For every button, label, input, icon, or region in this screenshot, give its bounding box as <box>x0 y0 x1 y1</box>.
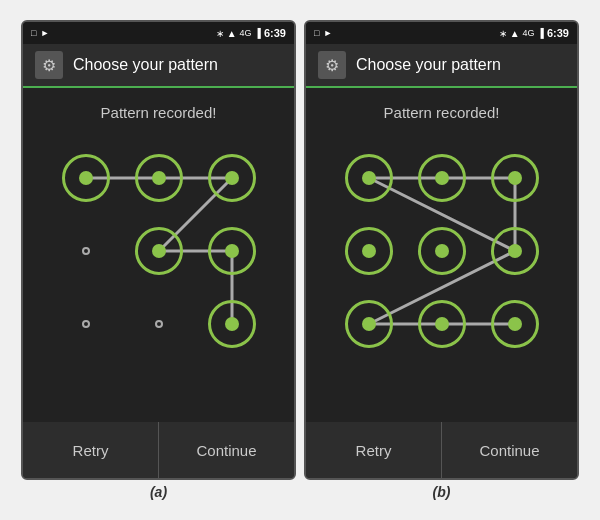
dot-5 <box>208 227 256 275</box>
wifi-icon: ▲ <box>227 28 237 39</box>
phone-container-1: □ ► ∗ ▲ 4G ▐ 6:39 ⚙ Choose your pattern … <box>304 20 579 500</box>
title-bar: ⚙ Choose your pattern <box>23 44 294 88</box>
continue-button[interactable]: Continue <box>159 422 294 478</box>
phone-container-0: □ ► ∗ ▲ 4G ▐ 6:39 ⚙ Choose your pattern … <box>21 20 296 500</box>
dot-2 <box>491 154 539 202</box>
status-left: □ ► <box>31 28 49 38</box>
dot-inner <box>435 317 449 331</box>
dot-inner <box>508 317 522 331</box>
phone-1: □ ► ∗ ▲ 4G ▐ 6:39 ⚙ Choose your pattern … <box>304 20 579 480</box>
settings-icon: ⚙ <box>318 51 346 79</box>
dot-inner <box>152 244 166 258</box>
dot-empty <box>82 320 90 328</box>
dot-outer <box>208 227 256 275</box>
dot-outer <box>345 300 393 348</box>
dot-outer <box>208 300 256 348</box>
dot-7 <box>418 300 466 348</box>
time-display: 6:39 <box>547 27 569 39</box>
notification-icon: □ <box>31 28 36 38</box>
bluetooth-icon: ∗ <box>499 28 507 39</box>
dot-outer <box>135 154 183 202</box>
dot-outer <box>491 227 539 275</box>
dot-outer <box>345 154 393 202</box>
time-display: 6:39 <box>264 27 286 39</box>
dot-inner <box>362 171 376 185</box>
dot-outer <box>491 154 539 202</box>
retry-button[interactable]: Retry <box>306 422 442 478</box>
dot-3 <box>62 227 110 275</box>
battery-icon: ▐ <box>255 28 261 38</box>
dot-4 <box>135 227 183 275</box>
dot-1 <box>418 154 466 202</box>
dot-2 <box>208 154 256 202</box>
status-bar: □ ► ∗ ▲ 4G ▐ 6:39 <box>23 22 294 44</box>
dot-6 <box>345 300 393 348</box>
title-text: Choose your pattern <box>356 56 501 74</box>
4g-icon: 4G <box>523 28 535 38</box>
continue-button[interactable]: Continue <box>442 422 577 478</box>
dot-inner <box>435 244 449 258</box>
pattern-grid <box>49 141 269 361</box>
dot-inner <box>152 171 166 185</box>
title-bar: ⚙ Choose your pattern <box>306 44 577 88</box>
dot-inner <box>362 317 376 331</box>
dot-inner <box>508 244 522 258</box>
status-left: □ ► <box>314 28 332 38</box>
dot-inner <box>225 171 239 185</box>
dot-inner <box>79 171 93 185</box>
dot-outer <box>62 154 110 202</box>
dot-inner <box>362 244 376 258</box>
main-content: Pattern recorded! <box>23 88 294 422</box>
dot-empty <box>155 320 163 328</box>
pattern-recorded-text: Pattern recorded! <box>101 104 217 121</box>
pattern-recorded-text: Pattern recorded! <box>384 104 500 121</box>
dot-6 <box>62 300 110 348</box>
bluetooth-icon: ∗ <box>216 28 224 39</box>
title-text: Choose your pattern <box>73 56 218 74</box>
screenshot-label-0: (a) <box>150 484 167 500</box>
dot-4 <box>418 227 466 275</box>
dot-1 <box>135 154 183 202</box>
dot-outer <box>208 154 256 202</box>
signal-icon: ► <box>40 28 49 38</box>
dot-outer <box>418 227 466 275</box>
dot-outer <box>418 154 466 202</box>
dot-0 <box>345 154 393 202</box>
dot-outer <box>135 227 183 275</box>
battery-icon: ▐ <box>538 28 544 38</box>
dot-inner <box>435 171 449 185</box>
screenshot-label-1: (b) <box>433 484 451 500</box>
screenshots-row: □ ► ∗ ▲ 4G ▐ 6:39 ⚙ Choose your pattern … <box>21 20 579 500</box>
status-bar: □ ► ∗ ▲ 4G ▐ 6:39 <box>306 22 577 44</box>
main-content: Pattern recorded! <box>306 88 577 422</box>
dot-8 <box>208 300 256 348</box>
dot-3 <box>345 227 393 275</box>
dot-outer <box>345 227 393 275</box>
bottom-buttons: RetryContinue <box>306 422 577 478</box>
dot-7 <box>135 300 183 348</box>
phone-0: □ ► ∗ ▲ 4G ▐ 6:39 ⚙ Choose your pattern … <box>21 20 296 480</box>
retry-button[interactable]: Retry <box>23 422 159 478</box>
bottom-buttons: RetryContinue <box>23 422 294 478</box>
signal-icon: ► <box>323 28 332 38</box>
wifi-icon: ▲ <box>510 28 520 39</box>
status-right: ∗ ▲ 4G ▐ 6:39 <box>216 27 286 39</box>
4g-icon: 4G <box>240 28 252 38</box>
settings-icon: ⚙ <box>35 51 63 79</box>
dot-8 <box>491 300 539 348</box>
dot-empty <box>82 247 90 255</box>
dot-5 <box>491 227 539 275</box>
dot-inner <box>225 244 239 258</box>
dot-outer <box>418 300 466 348</box>
pattern-grid <box>332 141 552 361</box>
status-right: ∗ ▲ 4G ▐ 6:39 <box>499 27 569 39</box>
dot-0 <box>62 154 110 202</box>
notification-icon: □ <box>314 28 319 38</box>
dot-inner <box>225 317 239 331</box>
dot-inner <box>508 171 522 185</box>
dot-outer <box>491 300 539 348</box>
